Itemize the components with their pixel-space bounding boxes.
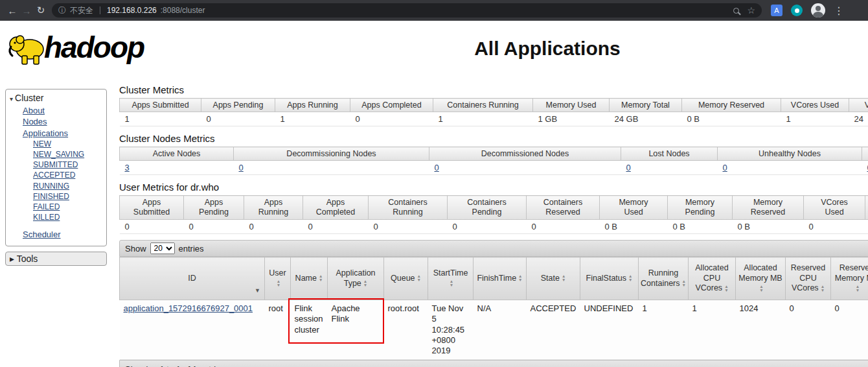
- column-header: Apps Submitted: [120, 99, 201, 112]
- metric-value: 0: [448, 220, 527, 234]
- column-header-id[interactable]: ID▼: [120, 257, 265, 300]
- cluster-nav-header[interactable]: ▾Cluster: [6, 91, 106, 104]
- forward-icon[interactable]: →: [19, 5, 34, 16]
- metric-value: 0: [184, 220, 244, 234]
- lost-nodes-link[interactable]: 0: [626, 163, 631, 172]
- metric-value: 1: [120, 112, 201, 126]
- unhealthy-nodes-link[interactable]: 0: [723, 163, 727, 172]
- cluster-metrics-header-row: Apps Submitted Apps Pending Apps Running…: [120, 99, 868, 112]
- address-divider: [100, 6, 100, 14]
- tools-nav-header[interactable]: ▸ Tools: [5, 252, 107, 266]
- column-header: Apps Running: [244, 196, 303, 220]
- sidebar-item-nodes: Nodes: [23, 117, 106, 126]
- translate-extension-icon[interactable]: A: [771, 5, 782, 16]
- column-header: Rebooted Nodes: [862, 147, 868, 161]
- column-header: Memory Reserved: [682, 99, 781, 112]
- state-item: FAILED: [33, 203, 106, 211]
- app-reserved-cpu-cell: 0: [786, 300, 831, 360]
- extensions-area: A: [771, 3, 825, 18]
- browser-toolbar: ← → ↻ ⓘ 不安全 192.168.0.226 :8088/cluster …: [0, 0, 868, 21]
- column-header: Decommissioning Nodes: [234, 147, 429, 161]
- state-running-link[interactable]: RUNNING: [33, 182, 69, 191]
- showing-entries-label: Showing 1 to 1 of 1 entries: [125, 364, 225, 367]
- scheduler-link[interactable]: Scheduler: [23, 230, 61, 239]
- column-header: Apps Running: [275, 99, 350, 112]
- state-failed-link[interactable]: FAILED: [33, 202, 60, 211]
- user-metrics-heading: User Metrics for dr.who: [119, 182, 868, 193]
- metric-value: 0 B: [682, 112, 781, 126]
- refresh-icon[interactable]: ↻: [34, 5, 48, 16]
- metric-value: 0: [350, 112, 433, 126]
- state-finished-link[interactable]: FINISHED: [33, 192, 69, 201]
- sort-icons: ▲▼: [363, 279, 367, 288]
- metric-value: 3: [120, 161, 234, 175]
- state-new-saving-link[interactable]: NEW_SAVING: [33, 150, 84, 159]
- column-header-running-containers[interactable]: Running Containers▲▼: [639, 257, 689, 300]
- metric-value: 0: [527, 220, 600, 234]
- column-header: Apps Pending: [201, 99, 275, 112]
- decommissioning-nodes-link[interactable]: 0: [239, 163, 244, 172]
- column-header: Apps Pending: [184, 196, 244, 220]
- about-link[interactable]: About: [23, 106, 45, 115]
- sort-icons: ▲▼: [319, 274, 323, 283]
- applications-link[interactable]: Applications: [23, 128, 68, 138]
- column-header-name[interactable]: Name▲▼: [291, 257, 328, 300]
- column-header-reserved-memory-mb[interactable]: Reserved Memory MB▲▼: [831, 257, 868, 300]
- state-submitted-link[interactable]: SUBMITTED: [33, 160, 78, 169]
- page-size-select[interactable]: 20: [150, 243, 175, 254]
- profile-avatar[interactable]: [811, 3, 825, 18]
- state-new-link[interactable]: NEW: [33, 139, 51, 148]
- state-item: RUNNING: [33, 182, 106, 191]
- back-icon[interactable]: ←: [5, 5, 19, 16]
- column-header: VCores Pending: [865, 196, 868, 220]
- application-id-link[interactable]: application_1572916676927_0001: [124, 303, 253, 313]
- state-accepted-link[interactable]: ACCEPTED: [33, 171, 75, 180]
- decommissioned-nodes-link[interactable]: 0: [435, 163, 439, 172]
- state-killed-link[interactable]: KILLED: [33, 213, 60, 222]
- metric-value: 0: [201, 112, 275, 126]
- logo-wordmark: hadoop: [44, 30, 144, 65]
- column-header-allocated-cpu-vcores[interactable]: Allocated CPU VCores▲▼: [689, 257, 736, 300]
- state-item: KILLED: [33, 213, 106, 222]
- column-header-allocated-memory-mb[interactable]: Allocated Memory MB▲▼: [736, 257, 786, 300]
- column-header-application-type[interactable]: Application Type▲▼: [328, 257, 384, 300]
- column-header: Apps Submitted: [120, 196, 184, 220]
- nodes-link[interactable]: Nodes: [23, 117, 47, 126]
- metric-value: 24: [849, 112, 868, 126]
- info-icon[interactable]: ⓘ: [58, 5, 66, 16]
- zoom-icon[interactable]: [733, 8, 739, 14]
- column-header: Containers Running: [369, 196, 448, 220]
- metric-value: 1 GB: [533, 112, 610, 126]
- browser-menu-icon[interactable]: ⋮: [834, 5, 844, 17]
- main-area: ▾Cluster About Nodes Applications NEW NE…: [0, 84, 868, 367]
- column-header: Containers Reserved: [527, 196, 600, 220]
- bookmark-star-icon[interactable]: ☆: [747, 5, 755, 16]
- cluster-metrics-heading: Cluster Metrics: [119, 84, 868, 95]
- metric-value: 0: [120, 220, 184, 234]
- column-header-queue[interactable]: Queue▲▼: [384, 257, 428, 300]
- metric-value: 0: [862, 161, 868, 175]
- app-allocated-cpu-cell: 1: [689, 300, 736, 360]
- column-header-starttime[interactable]: StartTime▲▼: [428, 257, 474, 300]
- cluster-nav-box: ▾Cluster About Nodes Applications NEW NE…: [5, 89, 107, 246]
- state-item: ACCEPTED: [33, 171, 106, 180]
- chevron-right-icon: ▸: [10, 254, 14, 264]
- column-header-finishtime[interactable]: FinishTime▲▼: [474, 257, 527, 300]
- column-header: Memory Used: [533, 99, 610, 112]
- column-header-finalstatus[interactable]: FinalStatus▲▼: [580, 257, 639, 300]
- active-nodes-link[interactable]: 3: [125, 163, 130, 172]
- sidebar-item-applications: Applications NEW NEW_SAVING SUBMITTED AC…: [23, 129, 106, 222]
- sort-icons: ▲▼: [562, 274, 565, 283]
- address-bar[interactable]: ⓘ 不安全 192.168.0.226 :8088/cluster ☆: [52, 3, 762, 18]
- column-header-user[interactable]: User▲▼: [265, 257, 291, 300]
- extension-icon[interactable]: [791, 5, 803, 16]
- applications-table-wrap: ID▼ User▲▼ Name▲▼ Application Type▲▼ Que…: [119, 257, 868, 360]
- metric-value: 0: [234, 161, 429, 175]
- metric-value: 0 B: [600, 220, 668, 234]
- sort-icons: ▲▼: [628, 274, 632, 283]
- metric-value: 0: [865, 220, 868, 234]
- sort-icons: ▲▼: [856, 285, 860, 293]
- column-header-reserved-cpu-vcores[interactable]: Reserved CPU VCores▲▼: [786, 257, 831, 300]
- metric-value: 0: [718, 161, 862, 175]
- column-header-state[interactable]: State▲▼: [527, 257, 580, 300]
